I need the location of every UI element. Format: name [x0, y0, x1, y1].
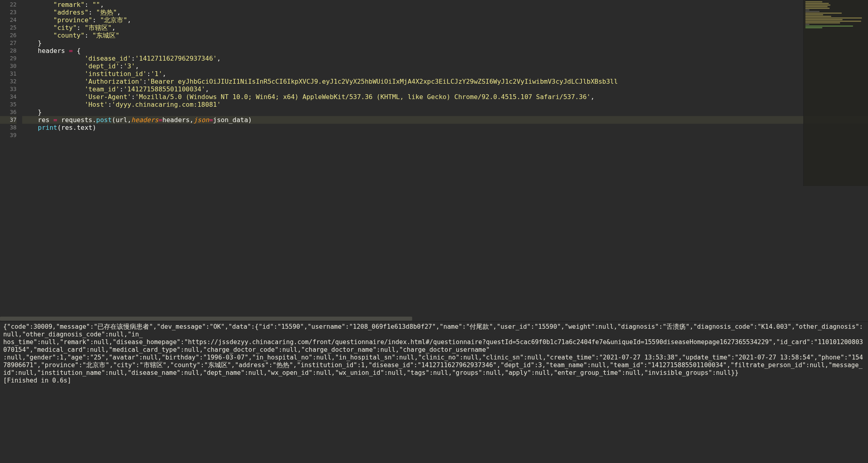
- code-line[interactable]: }: [22, 39, 868, 47]
- output-footer: [Finished in 0.6s]: [3, 377, 71, 384]
- output-text: {"code":30009,"message":"已存在该慢病患者","dev_…: [3, 323, 863, 376]
- code-line[interactable]: "province": "北京市",: [22, 16, 868, 24]
- minimap-line: [805, 24, 809, 25]
- code-line[interactable]: 'institution_id':'1',: [22, 70, 868, 78]
- line-number: 26: [0, 32, 17, 39]
- code-line[interactable]: "city": "市辖区",: [22, 24, 868, 32]
- minimap-line: [805, 4, 830, 6]
- line-number: 30: [0, 62, 17, 70]
- horizontal-scrollbar[interactable]: [0, 316, 868, 321]
- code-line[interactable]: }: [22, 108, 868, 116]
- build-output-panel[interactable]: {"code":30009,"message":"已存在该慢病患者","dev_…: [0, 321, 868, 463]
- code-line[interactable]: headers = {: [22, 47, 868, 55]
- line-number: 24: [0, 16, 17, 24]
- code-line[interactable]: [22, 131, 868, 139]
- code-line[interactable]: 'team_id':'1412715885501100034',: [22, 85, 868, 93]
- line-number: 36: [0, 108, 17, 116]
- minimap-line: [805, 27, 822, 28]
- minimap-line: [805, 22, 840, 23]
- minimap-line: [805, 1, 822, 2]
- line-number: 27: [0, 39, 17, 47]
- minimap-line: [805, 21, 861, 22]
- line-number: 34: [0, 93, 17, 101]
- minimap-line: [805, 13, 842, 14]
- minimap-line: [805, 25, 853, 27]
- minimap-line: [805, 3, 829, 4]
- horizontal-scrollbar-thumb[interactable]: [0, 317, 412, 321]
- line-number: 33: [0, 85, 17, 93]
- line-number: 23: [0, 8, 17, 16]
- code-line[interactable]: 'dept_id':'3',: [22, 62, 868, 70]
- minimap[interactable]: [803, 0, 868, 186]
- code-line[interactable]: 'Authorization':'Bearer eyJhbGciOiJIUzI1…: [22, 78, 868, 85]
- code-line[interactable]: 'disease_id':'1412711627962937346',: [22, 55, 868, 62]
- code-line[interactable]: res = requests.post(url,headers=headers,…: [22, 116, 868, 124]
- line-number: 37: [0, 116, 17, 124]
- code-editor-pane[interactable]: 222324252627282930313233343536373839 "re…: [0, 0, 868, 316]
- line-number-gutter: 222324252627282930313233343536373839: [0, 0, 22, 316]
- editor-window: 222324252627282930313233343536373839 "re…: [0, 0, 868, 463]
- code-line[interactable]: "county": "东城区": [22, 32, 868, 39]
- minimap-line: [805, 14, 823, 15]
- code-body[interactable]: "remark": "", "address": "热热", "province…: [22, 0, 868, 316]
- minimap-line: [805, 6, 828, 7]
- code-line[interactable]: 'User-Agent':'Mozilla/5.0 (Windows NT 10…: [22, 93, 868, 101]
- line-number: 22: [0, 1, 17, 8]
- line-number: 31: [0, 70, 17, 78]
- line-number: 38: [0, 124, 17, 131]
- minimap-line: [805, 19, 843, 20]
- code-line[interactable]: print(res.text): [22, 124, 868, 131]
- line-number: 35: [0, 101, 17, 108]
- minimap-line: [805, 8, 830, 9]
- line-number: 25: [0, 24, 17, 32]
- line-number: 29: [0, 55, 17, 62]
- line-number: 28: [0, 47, 17, 55]
- minimap-line: [805, 16, 831, 17]
- line-number: 39: [0, 131, 17, 139]
- code-line[interactable]: "remark": "",: [22, 1, 868, 8]
- code-line[interactable]: 'Host':'dyyy.chinacaring.com:18081': [22, 101, 868, 108]
- line-number: 32: [0, 78, 17, 85]
- code-line[interactable]: "address": "热热",: [22, 8, 868, 16]
- minimap-line: [805, 9, 809, 11]
- minimap-line: [805, 17, 862, 19]
- minimap-line: [805, 11, 820, 12]
